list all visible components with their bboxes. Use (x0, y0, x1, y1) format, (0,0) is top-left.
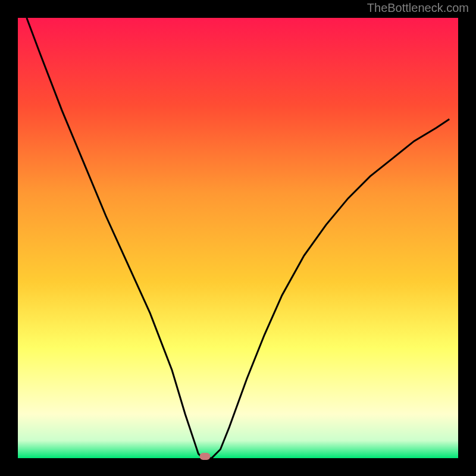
watermark-text: TheBottleneck.com (367, 1, 469, 15)
chart-background (18, 18, 458, 458)
optimal-marker (200, 453, 211, 460)
chart-container: TheBottleneck.com (0, 0, 476, 476)
bottleneck-chart (0, 0, 476, 476)
